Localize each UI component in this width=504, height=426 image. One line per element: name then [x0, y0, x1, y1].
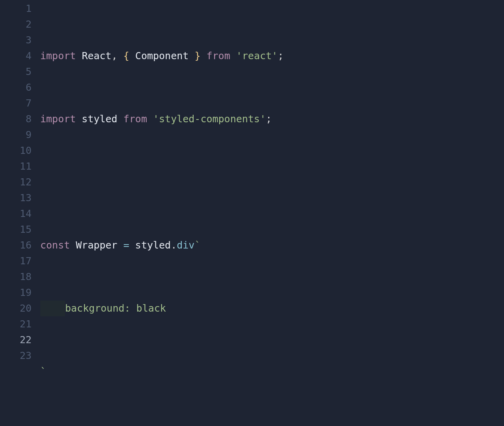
- line-number: 23: [0, 348, 32, 364]
- line-number: 10: [0, 143, 32, 159]
- line-number: 13: [0, 190, 32, 206]
- line-number-gutter: 1 2 3 4 5 6 7 8 9 10 11 12 13 14 15 16 1…: [0, 1, 40, 426]
- line-number: 8: [0, 111, 32, 127]
- code-line[interactable]: [40, 174, 504, 190]
- code-line[interactable]: const Wrapper = styled.div`: [40, 237, 504, 253]
- line-number: 20: [0, 301, 32, 316]
- code-area[interactable]: import React, { Component } from 'react'…: [40, 1, 504, 426]
- line-number: 11: [0, 159, 32, 174]
- line-number: 2: [0, 17, 32, 32]
- code-line[interactable]: import React, { Component } from 'react'…: [40, 48, 504, 64]
- line-number: 5: [0, 64, 32, 80]
- line-number: 4: [0, 48, 32, 64]
- code-line[interactable]: `: [40, 364, 504, 379]
- line-number: 1: [0, 1, 32, 17]
- line-number: 17: [0, 253, 32, 269]
- line-number: 16: [0, 237, 32, 253]
- line-number: 18: [0, 269, 32, 285]
- line-number: 21: [0, 316, 32, 332]
- line-number: 6: [0, 80, 32, 95]
- line-number: 14: [0, 206, 32, 222]
- line-number: 9: [0, 127, 32, 143]
- line-number: 3: [0, 32, 32, 48]
- code-editor[interactable]: 1 2 3 4 5 6 7 8 9 10 11 12 13 14 15 16 1…: [0, 0, 504, 426]
- line-number: 15: [0, 222, 32, 237]
- line-number: 12: [0, 174, 32, 190]
- code-line[interactable]: import styled from 'styled-components';: [40, 111, 504, 127]
- line-number: 22: [0, 332, 32, 348]
- line-number: 19: [0, 285, 32, 301]
- code-line[interactable]: background: black: [40, 301, 504, 316]
- line-number: 7: [0, 95, 32, 111]
